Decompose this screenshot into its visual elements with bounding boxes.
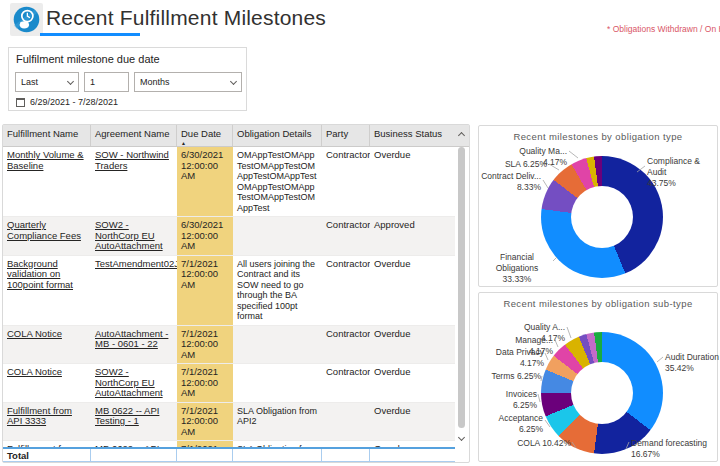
fulfillment-link[interactable]: Monthly Volume & Baseline [3, 147, 91, 216]
slice-label-audit-duration: Audit Duration35.42% [665, 352, 720, 374]
business-status-cell: Overdue [370, 364, 455, 402]
due-date-cell: 6/30/2021 12:00:00 AM [177, 147, 233, 216]
due-date-cell: 7/1/2021 12:00:00 AM [177, 326, 233, 364]
filter-unit-dropdown[interactable]: Months [134, 72, 242, 92]
fulfillment-link[interactable]: Fulfillment from API 3333 [3, 403, 91, 441]
party-cell: Contractor [322, 256, 370, 325]
slice-label-invoices: Invoices6.25% [491, 389, 537, 411]
donut-ring[interactable] [541, 156, 663, 278]
filter-date-range: 6/29/2021 - 7/28/2021 [30, 97, 118, 107]
title-underline [40, 33, 140, 36]
chart-title: Recent milestones by obligation sub-type [479, 298, 717, 309]
business-status-cell: Overdue [370, 403, 455, 441]
slice-label-quality-ma-: Quality Ma... 4.17% [497, 146, 567, 168]
chevron-down-icon [67, 77, 74, 84]
party-cell [322, 403, 370, 441]
milestone-clock-icon [12, 5, 41, 34]
due-date-cell: 7/1/2021 12:00:00 AM [177, 256, 233, 325]
agreement-link[interactable]: AutoAttachment - MB - 0601 - 22 [91, 326, 177, 364]
table-row[interactable]: Fulfillment from API 3333MB 0622 -- API … [3, 403, 455, 442]
agreement-link[interactable]: SOW - Northwind Traders [91, 147, 177, 216]
chart-title: Recent milestones by obligation type [479, 131, 717, 142]
fulfillment-link[interactable]: COLA Notice [3, 326, 91, 364]
table-scrollbar[interactable] [456, 127, 467, 446]
table-total-row: Total [3, 447, 455, 462]
agreement-link[interactable]: MB 0622 -- API Testing - 1 [91, 403, 177, 441]
donut-hole [571, 362, 633, 424]
obligation-type-chart-card: Recent milestones by obligation type Com… [478, 125, 718, 287]
table-row[interactable]: COLA NoticeSOW2 - NorthCorp EU AutoAttac… [3, 364, 455, 403]
obligation-details-cell [233, 364, 322, 402]
total-cell [322, 449, 370, 461]
sort-ascending-icon: ▲ [181, 141, 186, 146]
page-title: Recent Fulfillment Milestones [46, 6, 326, 30]
obligation-details-cell [233, 326, 322, 364]
slice-label-quality-a-: Quality A... 4.17% [499, 322, 565, 344]
table-row[interactable]: Monthly Volume & BaselineSOW - Northwind… [3, 147, 455, 217]
table-row[interactable]: Quarterly Compliance FeesSOW2 - NorthCor… [3, 217, 455, 256]
party-cell: Contractor [322, 217, 370, 255]
total-cell [91, 449, 177, 461]
party-cell: Contractor [322, 364, 370, 402]
chevron-down-icon [230, 77, 237, 84]
obligation-details-cell: All users joining the Contract and its S… [233, 256, 322, 325]
business-status-cell: Overdue [370, 256, 455, 325]
party-cell: Contractor [322, 326, 370, 364]
scroll-up-icon[interactable] [458, 132, 465, 139]
filter-unit-value: Months [140, 77, 170, 87]
filter-operator-dropdown[interactable]: Last [15, 72, 79, 92]
business-status-cell: Approved [370, 217, 455, 255]
table-header-row: Fulfillment NameAgreement NameDue Date▲O… [3, 125, 469, 147]
column-header-business-status[interactable]: Business Status [370, 125, 455, 146]
business-status-cell: Overdue [370, 326, 455, 364]
due-date-cell: 7/1/2021 12:00:00 AM [177, 364, 233, 402]
scroll-down-icon[interactable] [458, 434, 465, 441]
obligation-details-cell: OMAppTestOMAppTestOMAppTestOMAppTestOMAp… [233, 147, 322, 216]
fulfillment-link[interactable]: Quarterly Compliance Fees [3, 217, 91, 255]
total-cell [370, 449, 455, 461]
milestones-icon [10, 3, 43, 36]
business-status-cell: Overdue [370, 147, 455, 216]
donut-hole [571, 186, 633, 248]
obligation-details-cell [233, 217, 322, 255]
agreement-link[interactable]: SOW2 - NorthCorp EU AutoAttachment [91, 364, 177, 402]
filter-label: Fulfilment milestone due date [16, 53, 160, 65]
party-cell: Contractor [322, 147, 370, 216]
due-date-cell: 6/30/2021 12:00:00 AM [177, 217, 233, 255]
scrollbar-thumb[interactable] [458, 147, 465, 428]
obligation-details-cell: SLA Obligation from API2 [233, 403, 322, 441]
obligation-subtype-chart-card: Recent milestones by obligation sub-type… [478, 292, 718, 462]
filter-value-field[interactable] [84, 72, 129, 92]
slice-label-acceptance: Acceptance6.25% [487, 413, 543, 435]
due-date-cell: 7/1/2021 12:00:00 AM [177, 403, 233, 441]
calendar-icon [16, 98, 25, 107]
column-header-agreement-name[interactable]: Agreement Name [91, 125, 177, 146]
table-row[interactable]: COLA NoticeAutoAttachment - MB - 0601 - … [3, 326, 455, 365]
fulfillment-link[interactable]: COLA Notice [3, 364, 91, 402]
filter-value-input[interactable] [90, 77, 123, 87]
slice-label-cola: COLA 10.42% [513, 438, 571, 449]
total-cell [233, 449, 322, 461]
slice-label-terms: Terms 6.25% [483, 371, 541, 382]
column-header-fulfillment-name[interactable]: Fulfillment Name [3, 125, 91, 146]
table-body: Monthly Volume & BaselineSOW - Northwind… [3, 147, 455, 447]
total-label: Total [3, 449, 91, 461]
column-header-obligation-details[interactable]: Obligation Details [233, 125, 322, 146]
slice-label-financial-obligations: Financial Obligations33.33% [479, 252, 555, 285]
agreement-link[interactable]: TestAmendment02Jun [91, 256, 177, 325]
slice-label-contract-deliv-: Contract Deliv...8.33% [479, 171, 541, 193]
filter-operator-value: Last [21, 77, 38, 87]
column-header-party[interactable]: Party [322, 125, 370, 146]
slice-label-demand-forecasting: Demand forecasting16.67% [631, 438, 715, 460]
total-cell [177, 449, 233, 461]
column-header-due-date[interactable]: Due Date▲ [177, 125, 233, 146]
milestones-table: Fulfillment NameAgreement NameDue Date▲O… [2, 124, 470, 463]
donut-ring[interactable] [541, 332, 663, 454]
fulfillment-link[interactable]: Background validation on 100point format [3, 256, 91, 325]
table-row[interactable]: Background validation on 100point format… [3, 256, 455, 326]
obligations-note: * Obligations Withdrawn / On Hold [607, 24, 720, 34]
agreement-link[interactable]: SOW2 - NorthCorp EU AutoAttachment [91, 217, 177, 255]
slice-label-compliance-audit: Compliance & Audit43.75% [647, 156, 717, 189]
date-filter-card: Fulfilment milestone due date Last Month… [8, 47, 247, 111]
